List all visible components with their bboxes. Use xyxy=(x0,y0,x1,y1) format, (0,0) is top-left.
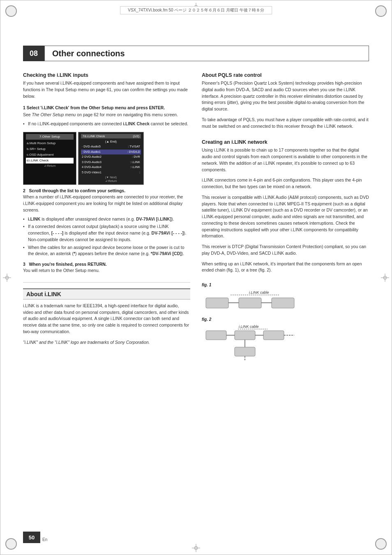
step-2: 2 Scroll through the list to confirm you… xyxy=(23,188,190,213)
pqls-body2: To take advantage of PQLS, you must have… xyxy=(202,117,369,130)
step-1-label: 1 Select 'i.LINK Check' from the Other S… xyxy=(23,105,190,110)
osd-other-setup: 7.Other Setup a.Multi Room Setup b.SR+ S… xyxy=(23,132,76,185)
about-ilink-heading: About i.LINK xyxy=(23,288,190,299)
creating-ilink-body3: This receiver is compatible with i.LINK … xyxy=(202,194,369,240)
step-2-label: 2 Scroll through the list to confirm you… xyxy=(23,188,190,193)
osd-check-title: 7d.i.LINK Check xyxy=(83,134,105,138)
section-separator xyxy=(23,282,190,283)
creating-ilink-body5: When setting up an i.LINK network, it's … xyxy=(202,261,369,274)
osd-item-osd: c.OSD Adjustment xyxy=(26,152,74,158)
svg-rect-14 xyxy=(206,298,228,308)
step-3: 3 When you're finished, press RETURN. Yo… xyxy=(23,262,190,274)
step-3-label: 3 When you're finished, press RETURN. xyxy=(23,262,190,267)
osd-item-dvdaudio4: 4 DVD-Audio4: i.LINK xyxy=(81,165,141,170)
page-footer: 50 En xyxy=(23,532,369,543)
page-outer: VSX_74TXVi.book.fm 50 ページ ２０２５年６月６日 月曜日 … xyxy=(0,0,392,555)
figures-area: fig. 1 i.LINK cable xyxy=(202,283,369,360)
bullet-ilink-asterisk: When the cables for an assigned input de… xyxy=(23,244,190,258)
chapter-number: 08 xyxy=(23,46,44,61)
reg-mark-right xyxy=(381,274,389,282)
about-ilink-body1: i.LINK is a trademark name for IEEE1394,… xyxy=(23,303,190,335)
osd-item-dvdaudio5: · DVD-Audio5: TV/SAT xyxy=(81,144,141,150)
checking-ilink-heading: Checking the i.LINK inputs xyxy=(23,72,190,78)
osd-item-dvdaudio1: · DVD-Audio1: DVD/LD xyxy=(81,150,141,155)
left-column: Checking the i.LINK inputs If you have s… xyxy=(23,72,190,526)
file-info-bar: VSX_74TXVi.book.fm 50 ページ ２０２５年６月６日 月曜日 … xyxy=(120,6,272,14)
creating-ilink-body4: This receiver is DTCP (Digital Transmiss… xyxy=(202,244,369,257)
creating-ilink-heading: Creating an i.LINK network xyxy=(202,139,369,145)
osd-nav-return-left: ↲:Return xyxy=(26,164,74,168)
osd-nav-next: (▼ Next) xyxy=(81,176,141,179)
svg-rect-15 xyxy=(239,298,261,308)
page-lang: En xyxy=(42,537,47,543)
svg-rect-22 xyxy=(235,331,255,340)
osd-item-end: (▲ End) xyxy=(81,139,141,145)
fig1-diagram: i.LINK cable xyxy=(202,289,309,311)
corner-br xyxy=(375,538,387,550)
osd-screenshots: 7.Other Setup a.Multi Room Setup b.SR+ S… xyxy=(23,132,190,185)
chapter-header: 08 Other connections xyxy=(23,46,369,61)
fig2-diagram: i.LINK cable xyxy=(202,323,333,360)
bullet-ilink-nodash: If a connected devices cannot output (pl… xyxy=(23,223,190,243)
corner-bl xyxy=(5,538,17,550)
osd-item-dvdaudio2: 2 DVD-Audio2: DVR xyxy=(81,154,141,160)
reg-mark-left xyxy=(3,274,11,282)
step-1: 1 Select 'i.LINK Check' from the Other S… xyxy=(23,101,190,118)
right-column: About PQLS rate control Pioneer's PQLS (… xyxy=(202,72,369,526)
svg-rect-16 xyxy=(272,298,294,308)
osd-item-multiroom: a.Multi Room Setup xyxy=(26,140,74,146)
figure-2-row: fig. 2 i.LINK cable xyxy=(202,317,369,360)
osd-item-ilink: d.i.LINK Check xyxy=(26,158,74,164)
osd-item-sr: b.SR+ Setup xyxy=(26,146,74,152)
pqls-heading: About PQLS rate control xyxy=(202,72,369,78)
creating-ilink-body1: Using i.LINK it is possible to chain up … xyxy=(202,147,369,173)
svg-text:i.LINK cable: i.LINK cable xyxy=(239,325,259,329)
chapter-title: Other connections xyxy=(52,49,125,58)
svg-rect-23 xyxy=(263,331,284,340)
bullet-ilink-unassigned: i.LINK is displayed after unassigned dev… xyxy=(23,216,190,223)
pqls-body1: Pioneer's PQLS (Precision Quartz Lock Sy… xyxy=(202,80,369,113)
step-1-body: See The Other Setup menu on page 62 for … xyxy=(23,112,190,118)
osd-ilink-check: 7d.i.LINK Check (1/2) (▲ End) · DVD-Audi… xyxy=(78,132,144,185)
corner-tr xyxy=(375,5,387,17)
figure-1-row: fig. 1 i.LINK cable xyxy=(202,283,369,311)
chapter-title-box: Other connections xyxy=(44,46,369,61)
corner-tl xyxy=(5,5,17,17)
fig1-label: fig. 1 xyxy=(202,283,309,287)
osd-item-dvdaudio3: 3 DVD-Audio3: i.LINK xyxy=(81,160,141,165)
checking-ilink-body: If you have several i.LINK-equipped comp… xyxy=(23,80,190,99)
reg-mark-bottom xyxy=(192,544,200,552)
bullet-no-ilink: If no i.LINK-equipped components are con… xyxy=(23,121,190,127)
page-number: 50 xyxy=(23,532,40,543)
step-2-body: When a number of i.LINK-equipped compone… xyxy=(23,194,190,213)
osd-item-dvdvideo1: 5 DVD-Video1: xyxy=(81,170,141,175)
svg-rect-27 xyxy=(235,347,255,356)
svg-text:i.LINK cable: i.LINK cable xyxy=(249,290,269,295)
main-content: Checking the i.LINK inputs If you have s… xyxy=(23,72,369,526)
fig2-label: fig. 2 xyxy=(202,317,333,322)
osd-check-page: (1/2) xyxy=(133,134,139,138)
step-3-body: You will return to the Other Setup menu. xyxy=(23,267,190,274)
creating-ilink-body2: i.LINK connectors come in 4-pin and 6-pi… xyxy=(202,177,369,190)
osd-nav-return-right: ↲:Return xyxy=(81,180,141,183)
about-ilink-body2: "i.LINK" and the "i.LINK" logo are trade… xyxy=(23,339,190,346)
svg-rect-21 xyxy=(206,331,226,340)
